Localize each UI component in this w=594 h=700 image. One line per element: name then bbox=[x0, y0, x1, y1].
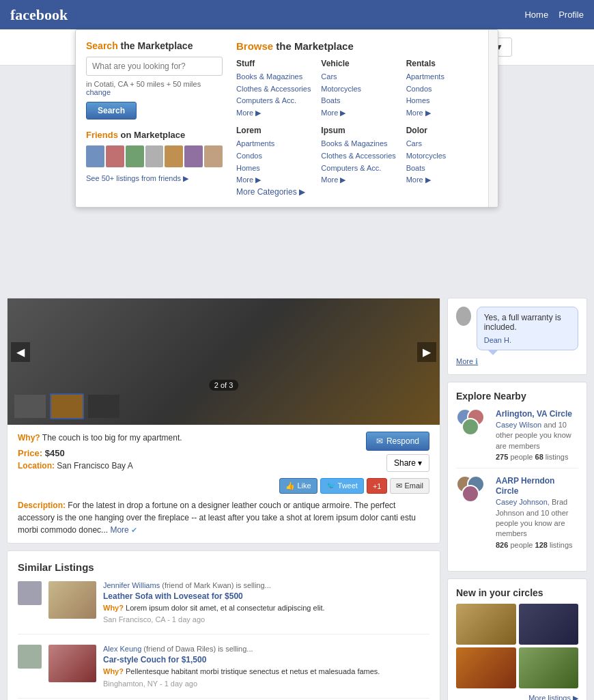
circle-thumbnail bbox=[519, 604, 579, 645]
left-column: ◀ ▶ 2 of 3 Why? The couch is too big for… bbox=[7, 298, 440, 700]
share-button[interactable]: Share ▾ bbox=[386, 454, 429, 472]
listing-details: Why? The couch is too big for my apartme… bbox=[8, 425, 440, 543]
profile-link[interactable]: Profile bbox=[558, 10, 584, 20]
item-content: Alex Keung (friend of Dawa Riles) is sel… bbox=[103, 645, 429, 687]
category-lorem: Lorem Apartments Condos Homes More ▶ bbox=[236, 126, 317, 186]
item-meta: Binghamton, NY - 1 day ago bbox=[103, 680, 429, 688]
scrollbar[interactable] bbox=[488, 30, 498, 207]
change-location-link[interactable]: change bbox=[86, 88, 111, 96]
location-line: in Cotati, CA + 50 miles + 50 miles chan… bbox=[86, 80, 223, 96]
category-link[interactable]: Cars bbox=[321, 71, 402, 83]
item-image bbox=[48, 581, 96, 619]
category-link[interactable]: Clothes & Accessories bbox=[321, 150, 402, 163]
circle-thumbnail bbox=[456, 647, 516, 688]
circle-info: Arlington, VA Circle Casey Wilson and 10… bbox=[496, 408, 578, 461]
like-button[interactable]: 👍 Like bbox=[279, 478, 317, 494]
listing-description: Description: For the latest in drop a fo… bbox=[18, 499, 429, 536]
category-link[interactable]: Condos bbox=[406, 83, 487, 96]
seller-info: Jennifer Williams (friend of Mark Kwan) … bbox=[103, 581, 429, 589]
listing-location: Location: San Francisco Bay A bbox=[18, 461, 279, 471]
seller-name-link[interactable]: Alex Keung bbox=[103, 645, 141, 653]
category-rentals: Rentals Apartments Condos Homes More ▶ bbox=[406, 59, 487, 119]
more-link[interactable]: More ▶ bbox=[406, 107, 487, 120]
search-panel: Search the Marketplace in Cotati, CA + 5… bbox=[86, 40, 223, 197]
seller-info: Alex Keung (friend of Dawa Riles) is sel… bbox=[103, 645, 429, 653]
plus1-button[interactable]: +1 bbox=[367, 478, 388, 494]
listing-image-area: ◀ ▶ 2 of 3 bbox=[8, 298, 440, 425]
search-input[interactable] bbox=[86, 57, 223, 76]
circle-name-link[interactable]: AARP Herndon Circle bbox=[496, 476, 554, 496]
explore-nearby-card: Explore Nearby Arlington, VA Circle Case… bbox=[447, 382, 587, 572]
more-comments-link[interactable]: More ℹ bbox=[456, 357, 478, 365]
avatar[interactable] bbox=[145, 145, 164, 167]
warranty-user: Dean H. bbox=[484, 336, 571, 344]
prev-image-button[interactable]: ◀ bbox=[11, 342, 30, 362]
item-meta: San Francisco, CA - 1 day ago bbox=[103, 615, 429, 624]
more-description-link[interactable]: More bbox=[110, 525, 128, 535]
more-link[interactable]: More ▶ bbox=[236, 107, 317, 120]
new-circles-title: New in your circles bbox=[456, 587, 578, 598]
category-link[interactable]: Motorcycles bbox=[321, 83, 402, 96]
email-button[interactable]: ✉ Email bbox=[390, 478, 429, 494]
respond-button[interactable]: ✉ Respond bbox=[366, 432, 429, 451]
category-link[interactable]: Condos bbox=[236, 150, 317, 163]
category-link[interactable]: Cars bbox=[406, 138, 487, 150]
category-dolor: Dolor Cars Motorcycles Boats More ▶ bbox=[406, 126, 487, 186]
thumbnail[interactable] bbox=[87, 393, 121, 419]
dropdown-arrow-icon: ▾ bbox=[418, 458, 422, 468]
circle-avatars bbox=[456, 475, 490, 503]
top-navigation: facebook Home Profile bbox=[0, 0, 594, 29]
category-link[interactable]: Apartments bbox=[406, 71, 487, 83]
avatar[interactable] bbox=[204, 145, 223, 167]
category-link[interactable]: Motorcycles bbox=[406, 150, 487, 163]
avatar[interactable] bbox=[106, 145, 124, 167]
circle-info: AARP Herndon Circle Casey Johnson, Brad … bbox=[496, 475, 578, 549]
category-link[interactable]: Computers & Acc. bbox=[321, 163, 402, 175]
avatar[interactable] bbox=[165, 145, 183, 167]
social-buttons: 👍 Like 🐦 Tweet +1 ✉ bbox=[279, 478, 429, 494]
category-link[interactable]: Books & Magazines bbox=[236, 71, 317, 83]
item-title-link[interactable]: Leather Sofa with Loveseat for $500 bbox=[103, 591, 243, 601]
next-image-button[interactable]: ▶ bbox=[417, 342, 436, 362]
category-link[interactable]: Apartments bbox=[236, 138, 317, 150]
item-why: Why? Pellentesque habitant morbi tristiq… bbox=[103, 667, 429, 677]
circles-grid bbox=[456, 604, 578, 688]
category-link[interactable]: Boats bbox=[321, 95, 402, 107]
similar-listings: Similar Listings Jennifer Williams (frie… bbox=[7, 550, 440, 700]
tweet-button[interactable]: 🐦 Tweet bbox=[320, 478, 364, 494]
category-link[interactable]: Computers & Acc. bbox=[236, 95, 317, 107]
member-link[interactable]: Casey Johnson bbox=[496, 498, 548, 506]
image-navigation: ◀ ▶ bbox=[8, 342, 440, 362]
seller-name-link[interactable]: Jennifer Williams bbox=[103, 581, 160, 589]
thumbnail-active[interactable] bbox=[50, 393, 84, 419]
avatar[interactable] bbox=[126, 145, 144, 167]
category-link[interactable]: Homes bbox=[236, 163, 317, 175]
see-friends-link[interactable]: See 50+ listings from friends ▶ bbox=[86, 174, 188, 182]
home-link[interactable]: Home bbox=[524, 10, 548, 20]
member-link[interactable]: Casey Wilson bbox=[496, 421, 541, 429]
circle-avatars bbox=[456, 408, 490, 436]
search-button[interactable]: Search bbox=[86, 102, 137, 120]
more-listings-link[interactable]: More listings ▶ bbox=[456, 694, 578, 700]
avatar[interactable] bbox=[86, 145, 104, 167]
more-link[interactable]: More ▶ bbox=[406, 174, 487, 186]
browse-categories: Stuff Books & Magazines Clothes & Access… bbox=[236, 59, 487, 186]
thumbnail[interactable] bbox=[13, 393, 47, 419]
item-title-link[interactable]: Car-style Couch for $1,500 bbox=[103, 655, 206, 664]
circle-name-link[interactable]: Arlington, VA Circle bbox=[496, 409, 572, 419]
explore-nearby-title: Explore Nearby bbox=[456, 391, 578, 402]
more-categories-link[interactable]: More Categories ▶ bbox=[236, 187, 305, 197]
category-link[interactable]: Books & Magazines bbox=[321, 138, 402, 150]
more-link[interactable]: More ▶ bbox=[236, 174, 317, 186]
category-link[interactable]: Boats bbox=[406, 163, 487, 175]
avatar[interactable] bbox=[184, 145, 203, 167]
category-vehicle: Vehicle Cars Motorcycles Boats More ▶ bbox=[321, 59, 402, 119]
item-why: Why? Lorem ipsum dolor sit amet, et al c… bbox=[103, 603, 429, 613]
marketplace-dropdown: Search the Marketplace in Cotati, CA + 5… bbox=[75, 29, 498, 208]
mail-icon: ✉ bbox=[376, 436, 383, 446]
more-link[interactable]: More ▶ bbox=[321, 107, 402, 120]
more-link[interactable]: More ▶ bbox=[321, 174, 402, 186]
info-icon: ℹ bbox=[475, 357, 478, 365]
category-link[interactable]: Homes bbox=[406, 95, 487, 107]
category-link[interactable]: Clothes & Accessories bbox=[236, 83, 317, 96]
